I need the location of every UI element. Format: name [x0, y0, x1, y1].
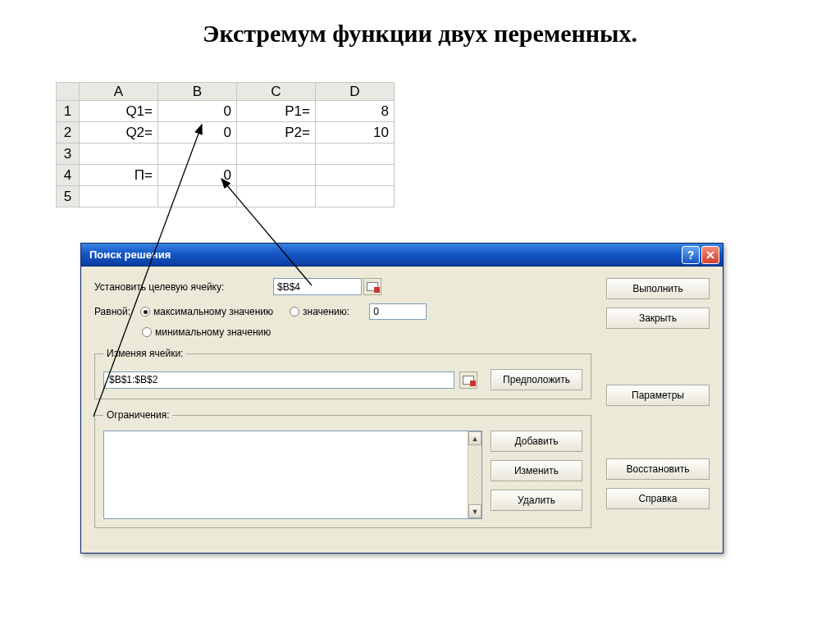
scroll-down-icon[interactable]: ▼ — [468, 504, 482, 518]
radio-min[interactable]: минимальному значению — [142, 326, 271, 338]
table-row: 2 Q2= 0 P2= 10 — [57, 122, 395, 144]
radio-icon — [140, 307, 150, 317]
target-cell-label: Установить целевую ячейку: — [94, 281, 273, 293]
reset-button[interactable]: Восстановить — [606, 458, 710, 480]
changing-cells-group: Изменяя ячейки: Предположить — [94, 348, 591, 399]
cell[interactable]: 8 — [316, 101, 395, 122]
row-header[interactable]: 1 — [57, 101, 80, 122]
constraints-legend: Ограничения: — [103, 409, 172, 421]
cell[interactable] — [237, 186, 316, 207]
cell[interactable]: P1= — [237, 101, 316, 122]
equal-label: Равной: — [94, 306, 140, 317]
range-picker-icon — [463, 376, 474, 385]
help-icon[interactable]: ? — [682, 246, 700, 264]
col-header-C[interactable]: C — [237, 83, 316, 101]
cell[interactable] — [80, 186, 158, 207]
delete-button[interactable]: Удалить — [491, 490, 582, 511]
cell[interactable]: P2= — [237, 122, 316, 144]
radio-max-label: максимальному значению — [153, 306, 273, 317]
table-row: 3 — [57, 144, 395, 165]
col-header-B[interactable]: B — [158, 83, 237, 101]
cell[interactable]: 0 — [158, 101, 237, 122]
cell[interactable] — [158, 144, 237, 165]
row-header[interactable]: 4 — [57, 165, 80, 186]
cell[interactable] — [316, 165, 395, 186]
changing-cells-legend: Изменяя ячейки: — [103, 348, 186, 359]
corner-cell[interactable] — [57, 83, 80, 101]
params-button[interactable]: Параметры — [606, 385, 710, 406]
col-header-A[interactable]: A — [80, 83, 158, 101]
cell[interactable] — [237, 165, 316, 186]
scroll-track[interactable] — [468, 445, 482, 504]
cell[interactable]: Q1= — [80, 101, 158, 122]
cell[interactable]: Q2= — [80, 122, 158, 144]
constraints-listbox[interactable]: ▲ ▼ — [103, 431, 482, 519]
col-header-D[interactable]: D — [316, 83, 395, 101]
change-button[interactable]: Изменить — [491, 460, 582, 481]
radio-value[interactable]: значению: — [290, 306, 349, 317]
row-header[interactable]: 2 — [57, 122, 80, 144]
solver-dialog: Поиск решения ? ✕ Установить целевую яче… — [80, 243, 724, 554]
scrollbar[interactable]: ▲ ▼ — [468, 431, 482, 518]
radio-min-label: минимальному значению — [155, 326, 271, 338]
radio-value-label: значению: — [303, 306, 349, 317]
cell[interactable]: П= — [80, 165, 158, 186]
close-icon[interactable]: ✕ — [701, 246, 719, 264]
scroll-up-icon[interactable]: ▲ — [468, 431, 482, 445]
radio-max[interactable]: максимальному значению — [140, 306, 273, 317]
cell[interactable] — [316, 144, 395, 165]
range-picker-icon — [367, 282, 378, 291]
changing-cells-input[interactable] — [103, 371, 454, 389]
constraints-group: Ограничения: ▲ ▼ Добавить Изменить Удали… — [94, 409, 591, 528]
cell[interactable]: 0 — [158, 122, 237, 144]
spreadsheet: A B C D 1 Q1= 0 P1= 8 2 Q2= 0 P2= 10 3 — [56, 82, 395, 207]
cell[interactable] — [237, 144, 316, 165]
add-button[interactable]: Добавить — [491, 431, 582, 452]
table-row: 1 Q1= 0 P1= 8 — [57, 101, 395, 122]
table-row: 5 — [57, 186, 395, 207]
run-button[interactable]: Выполнить — [606, 278, 710, 299]
cell[interactable] — [158, 186, 237, 207]
row-header[interactable]: 3 — [57, 144, 80, 165]
dialog-title: Поиск решения — [89, 248, 682, 261]
titlebar[interactable]: Поиск решения ? ✕ — [81, 244, 723, 267]
cell[interactable] — [316, 186, 395, 207]
range-picker-button[interactable] — [363, 278, 381, 295]
guess-button[interactable]: Предположить — [491, 369, 582, 390]
radio-icon — [290, 307, 299, 317]
target-cell-input[interactable] — [273, 278, 362, 295]
range-picker-button[interactable] — [459, 371, 477, 389]
close-button[interactable]: Закрыть — [606, 308, 710, 329]
help-button[interactable]: Справка — [606, 488, 710, 509]
page-title: Экстремум функции двух переменных. — [0, 0, 840, 61]
table-row: 4 П= 0 — [57, 165, 395, 186]
radio-icon — [142, 327, 152, 337]
row-header[interactable]: 5 — [57, 186, 80, 207]
value-input[interactable] — [369, 303, 427, 320]
cell[interactable]: 0 — [158, 165, 237, 186]
cell[interactable] — [80, 144, 158, 165]
cell[interactable]: 10 — [316, 122, 395, 144]
